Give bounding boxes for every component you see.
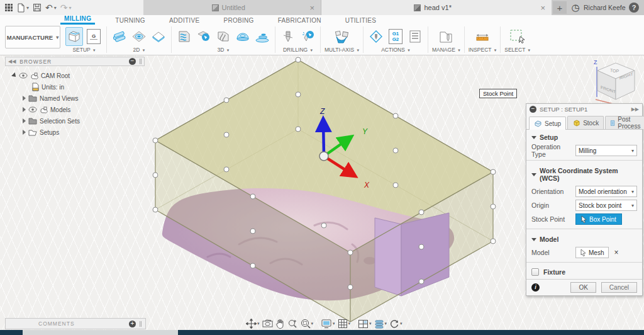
undock-dialog-icon[interactable]: ▶▶ — [631, 106, 639, 112]
viewports-button[interactable]: ▾ — [357, 319, 372, 329]
tab-milling[interactable]: MILLING — [60, 14, 95, 25]
comments-panel[interactable]: COMMENTS + — [5, 318, 146, 329]
expand-icon[interactable] — [23, 96, 26, 101]
grid-snaps-button[interactable]: ▾ — [337, 319, 352, 329]
file-menu-button[interactable]: ▾ — [16, 3, 29, 13]
model-base-slab[interactable] — [375, 213, 449, 296]
2d-group-label[interactable]: 2D ▾ — [133, 47, 145, 54]
tab-probing[interactable]: PROBING — [219, 16, 257, 25]
tab-additive[interactable]: ADDITIVE — [165, 16, 204, 25]
tab-setup[interactable]: Setup — [529, 116, 566, 130]
tab-fabrication[interactable]: FABRICATION — [274, 16, 325, 25]
app-menu-icon[interactable] — [5, 4, 13, 11]
new-document-button[interactable]: + — [553, 1, 567, 14]
pocket-clearing-button[interactable] — [195, 27, 213, 46]
refresh-button[interactable]: ▾ — [389, 319, 403, 329]
section-setup[interactable]: Setup — [526, 130, 642, 144]
spiral-button[interactable] — [253, 27, 271, 46]
fixture-checkbox[interactable] — [531, 268, 539, 276]
chevron-down-icon[interactable]: ▾ — [369, 321, 372, 326]
tab-turning[interactable]: TURNING — [111, 16, 149, 25]
panel-grip[interactable] — [140, 59, 142, 64]
setup-dialog-header[interactable]: − SETUP : SETUP1 ▶▶ — [526, 104, 642, 115]
document-tab-head-v1[interactable]: head v1* × — [321, 0, 552, 15]
pan-button[interactable] — [275, 319, 286, 329]
select-button[interactable] — [507, 27, 528, 46]
expand-icon[interactable] — [11, 72, 18, 79]
actions-group-label[interactable]: ACTIONS ▾ — [381, 47, 410, 54]
expand-icon[interactable] — [23, 107, 26, 112]
wcs-origin-handle[interactable] — [319, 152, 328, 161]
save-button[interactable] — [33, 3, 42, 12]
ok-button[interactable]: OK — [570, 282, 596, 293]
hide-panel-icon[interactable]: − — [129, 58, 136, 65]
chevron-down-icon[interactable]: ▾ — [348, 321, 351, 326]
close-icon[interactable]: × — [308, 3, 316, 13]
close-icon[interactable]: × — [539, 3, 547, 13]
undo-button[interactable]: ↶▾ — [45, 3, 57, 13]
operation-type-select[interactable]: Milling▾ — [575, 145, 637, 156]
expand-icon[interactable] — [23, 118, 26, 123]
visibility-eye-icon[interactable] — [28, 106, 37, 113]
drill-button[interactable] — [279, 27, 297, 46]
measure-button[interactable] — [474, 27, 491, 46]
panel-grip[interactable] — [140, 321, 142, 327]
setup-sheet-button[interactable] — [406, 27, 424, 46]
section-model[interactable]: Model — [526, 232, 642, 246]
tree-item-units[interactable]: Units: in — [31, 82, 64, 92]
add-comment-icon[interactable]: + — [129, 321, 136, 327]
chevron-down-icon[interactable]: ▾ — [385, 321, 387, 326]
tree-item-cam-root[interactable]: CAM Root — [13, 71, 70, 81]
2d-adaptive-button[interactable] — [111, 27, 128, 46]
help-button[interactable]: ? — [629, 3, 639, 13]
steep-and-shallow-button[interactable] — [214, 27, 232, 46]
tree-item-named-views[interactable]: Named Views — [23, 93, 79, 103]
2d-contour-button[interactable] — [150, 27, 167, 46]
info-icon[interactable]: i — [531, 283, 540, 292]
collapse-panel-icon[interactable]: ◀◀ — [8, 59, 16, 64]
drill-pattern-button[interactable] — [299, 27, 316, 46]
3d-group-label[interactable]: 3D ▾ — [218, 47, 230, 54]
zoom-button[interactable] — [287, 319, 298, 329]
tree-item-setups[interactable]: Setups — [23, 127, 59, 137]
3d-viewport[interactable]: Z Y X TOP FRONT RIGHT Z X Stock Point ◀◀… — [0, 55, 644, 330]
scallop-button[interactable] — [234, 27, 252, 46]
section-wcs[interactable]: Work Coordinate System (WCS) — [526, 163, 642, 185]
origin-select[interactable]: Stock box point▾ — [575, 200, 637, 211]
model-mesh-button[interactable]: Mesh — [575, 247, 609, 258]
steps-button[interactable]: ▾ — [374, 319, 388, 329]
inspect-group-label[interactable]: INSPECT ▾ — [469, 47, 497, 54]
new-setup-button[interactable] — [65, 27, 83, 46]
chevron-down-icon[interactable]: ▾ — [257, 321, 260, 326]
nc-program-button[interactable]: G — [85, 27, 103, 46]
manage-group-label[interactable]: MANAGE ▾ — [432, 47, 460, 54]
tree-item-selection-sets[interactable]: Selection Sets — [23, 116, 80, 126]
redo-button[interactable]: ↷▾ — [60, 3, 72, 13]
simulate-button[interactable] — [367, 27, 385, 46]
zoom-window-button[interactable]: ▾ — [299, 319, 314, 329]
adaptive-clearing-button[interactable] — [175, 27, 193, 46]
browser-header[interactable]: ◀◀ BROWSER − — [5, 57, 145, 66]
look-at-button[interactable] — [262, 319, 274, 328]
tab-utilities[interactable]: UTILITIES — [341, 16, 380, 25]
job-status-icon[interactable]: ◷ — [569, 1, 582, 14]
tab-stock[interactable]: Stock — [567, 116, 604, 129]
orientation-select[interactable]: Model orientation▾ — [575, 186, 637, 197]
tree-item-models[interactable]: Models — [23, 105, 70, 115]
select-group-label[interactable]: SELECT ▾ — [504, 47, 530, 54]
multi-axis-group-label[interactable]: MULTI-AXIS ▾ — [325, 47, 359, 54]
2d-pocket-button[interactable] — [130, 27, 148, 46]
tab-post-process[interactable]: Post Process — [605, 116, 644, 129]
workspace-switcher[interactable]: MANUFACTURE ▾ — [5, 26, 60, 48]
orbit-button[interactable]: ▾ — [245, 319, 260, 329]
setup-group-label[interactable]: SETUP ▾ — [72, 47, 95, 54]
dialog-options-icon[interactable]: − — [530, 106, 536, 113]
chevron-down-icon[interactable]: ▾ — [333, 321, 335, 326]
multi-axis-button[interactable] — [331, 27, 352, 46]
document-tab-untitled[interactable]: Untitled × — [143, 0, 321, 15]
post-process-button[interactable]: G1G2 — [387, 27, 404, 46]
chevron-down-icon[interactable]: ▾ — [311, 321, 314, 326]
tool-library-button[interactable] — [437, 27, 455, 46]
box-point-button[interactable]: Box Point — [575, 213, 622, 225]
visibility-eye-icon[interactable] — [19, 72, 28, 79]
